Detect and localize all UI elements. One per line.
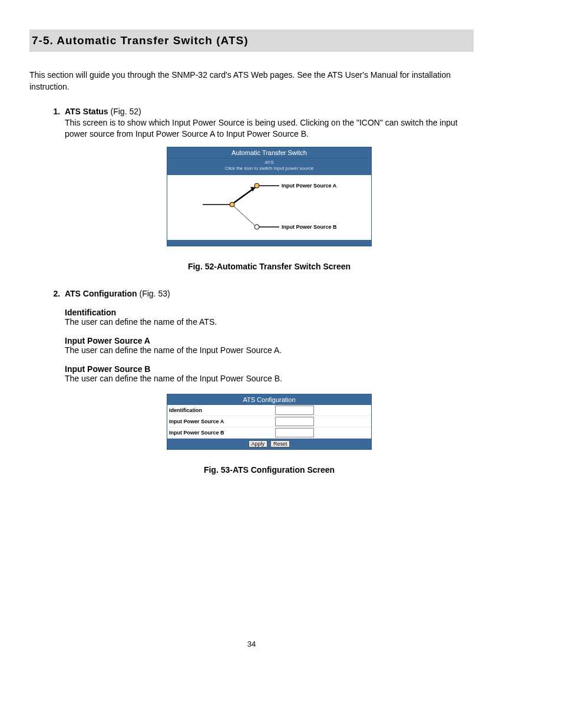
sub-heading-source-a: Input Power Source A [65,336,474,345]
item-body: This screen is to show which Input Power… [65,117,474,140]
svg-line-8 [234,206,254,225]
panel-title: ATS Configuration [167,394,371,405]
sub-heading-identification: Identification [65,308,474,317]
panel-footer: Apply Reset [167,439,371,449]
source-b-input[interactable] [275,428,314,437]
panel-body: Identification Input Power Source A Inpu… [167,405,371,439]
sub-body: The user can define the name of the Inpu… [65,374,474,383]
item-figure-ref: (Fig. 52) [108,107,141,116]
item-figure-ref: (Fig. 53) [137,289,170,298]
label-source-b: Input Power Source B [282,224,337,230]
intro-paragraph: This section will guide you through the … [29,70,474,93]
figure-53-panel: ATS Configuration Identification Input P… [167,394,372,450]
item-title: ATS Configuration [65,289,137,298]
panel-sub-line1: ATS [265,160,274,165]
row-label: Input Power Source A [169,419,275,424]
reset-button[interactable]: Reset [270,440,290,447]
figure-52-caption: Fig. 52-Automatic Transfer Switch Screen [65,262,474,271]
panel-subtitle: ATS Click the icon to switch input power… [167,158,371,175]
svg-point-1 [254,183,259,188]
apply-button[interactable]: Apply [249,440,268,447]
item-title: ATS Status [65,107,108,116]
source-a-input[interactable] [275,417,314,426]
row-label: Input Power Source B [169,430,275,436]
svg-point-3 [254,225,259,229]
identification-input[interactable] [275,406,314,415]
list-item-ats-configuration: ATS Configuration (Fig. 53) Identificati… [62,289,474,475]
sub-body: The user can define the name of the ATS. [65,317,474,327]
figure-53-caption: Fig. 53-ATS Configuration Screen [65,465,474,475]
panel-footer [167,240,371,246]
sub-heading-source-b: Input Power Source B [65,364,474,374]
config-row-source-a: Input Power Source A [167,416,371,427]
svg-point-4 [230,202,234,207]
config-row-source-b: Input Power Source B [167,427,371,439]
sub-body: The user can define the name of the Inpu… [65,345,474,355]
label-source-a: Input Power Source A [282,183,336,189]
panel-sub-line2: Click the icon to switch input power sou… [225,166,314,171]
page-number: 34 [29,640,474,648]
config-row-identification: Identification [167,405,371,416]
figure-52-panel: Automatic Transfer Switch ATS Click the … [167,147,372,246]
switch-diagram-icon[interactable] [167,175,371,240]
section-heading: 7-5. Automatic Transfer Switch (ATS) [29,29,474,52]
list-item-ats-status: ATS Status (Fig. 52) This screen is to s… [62,107,474,271]
panel-diagram: Input Power Source A Input Power Source … [167,175,371,240]
panel-title: Automatic Transfer Switch [167,147,371,158]
row-label: Identification [169,407,275,413]
